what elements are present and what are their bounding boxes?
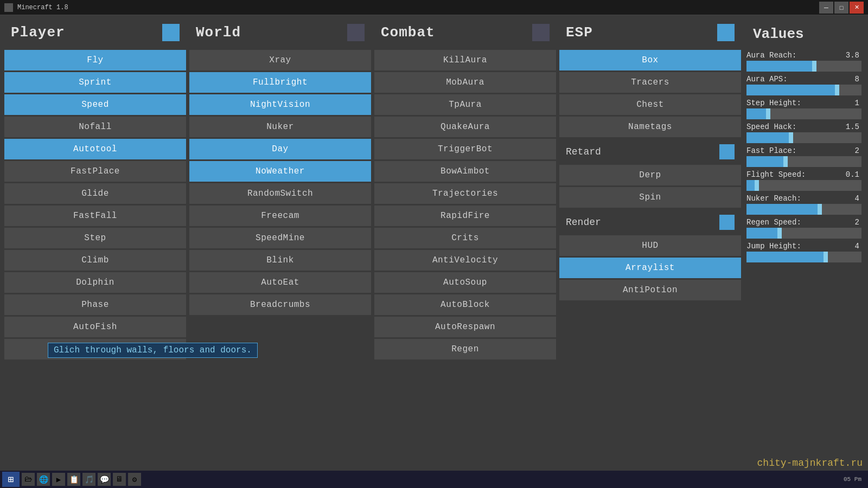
slider-thumb — [812, 61, 816, 72]
world-btn-randomswitch[interactable]: RandomSwitch — [189, 183, 371, 204]
combat-header: Combat — [374, 20, 556, 46]
slider-fill — [746, 132, 793, 143]
taskbar: ⊞ 🗁 🌐 ▶ 📋 🎵 💬 🖥 ⚙ 05 Pm — [0, 471, 868, 488]
close-button[interactable]: ✕ — [850, 2, 864, 14]
value-slider[interactable] — [746, 156, 861, 167]
value-slider[interactable] — [746, 180, 861, 191]
value-number: 4 — [855, 194, 861, 204]
world-btn-breadcrumbs[interactable]: Breadcrumbs — [189, 294, 371, 315]
taskbar-icon-6[interactable]: 💬 — [98, 473, 111, 486]
world-toggle[interactable] — [347, 24, 365, 41]
value-label: Aura Reach: — [746, 51, 796, 60]
combat-btn-crits[interactable]: Crits — [374, 228, 556, 248]
combat-btn-tpaura[interactable]: TpAura — [374, 94, 556, 115]
esp-btn-antipotion[interactable]: AntiPotion — [559, 280, 741, 300]
slider-thumb — [835, 85, 839, 95]
combat-btn-autosoup[interactable]: AutoSoup — [374, 272, 556, 293]
world-btn-day[interactable]: Day — [189, 139, 371, 159]
combat-btn-triggerbot[interactable]: TriggerBot — [374, 139, 556, 159]
value-number: 3.8 — [846, 51, 861, 61]
taskbar-icon-2[interactable]: 🌐 — [37, 473, 50, 486]
esp-section-toggle[interactable] — [719, 215, 735, 230]
combat-btn-regen[interactable]: Regen — [374, 339, 556, 359]
taskbar-icon-5[interactable]: 🎵 — [82, 473, 95, 486]
combat-btn-quakeaura[interactable]: QuakeAura — [374, 117, 556, 137]
world-btn-nightvision[interactable]: NightVision — [189, 94, 371, 115]
world-btn-speedmine[interactable]: SpeedMine — [189, 228, 371, 248]
esp-btn-derp[interactable]: Derp — [559, 165, 741, 185]
esp-btn-tracers[interactable]: Tracers — [559, 72, 741, 93]
world-btn-fullbright[interactable]: Fullbright — [189, 72, 371, 93]
player-btn-climb[interactable]: Climb — [4, 250, 186, 271]
start-button[interactable]: ⊞ — [2, 472, 20, 487]
taskbar-icon-4[interactable]: 📋 — [67, 473, 80, 486]
player-btn-speed[interactable]: Speed — [4, 94, 186, 115]
value-item: Speed Hack:1.5 — [746, 123, 861, 143]
app-icon — [4, 3, 13, 12]
minimize-button[interactable]: ─ — [819, 2, 833, 14]
player-btn-sprint[interactable]: Sprint — [4, 72, 186, 93]
combat-btn-mobaura[interactable]: MobAura — [374, 72, 556, 93]
value-slider[interactable] — [746, 61, 861, 72]
value-slider[interactable] — [746, 228, 861, 239]
combat-toggle[interactable] — [532, 24, 550, 41]
world-btn-xray[interactable]: Xray — [189, 50, 371, 70]
value-label: Flight Speed: — [746, 170, 806, 179]
player-btn-nofall[interactable]: Nofall — [4, 117, 186, 137]
esp-btn-hud[interactable]: HUD — [559, 235, 741, 256]
esp-section-toggle[interactable] — [719, 144, 735, 159]
slider-fill — [746, 85, 839, 95]
taskbar-icon-8[interactable]: ⚙ — [128, 473, 141, 486]
taskbar-icon-7[interactable]: 🖥 — [113, 473, 126, 486]
combat-btn-autoblock[interactable]: AutoBlock — [374, 294, 556, 315]
player-column: Player FlySprintSpeedNofallAutotoolFastP… — [4, 20, 186, 466]
player-btn-phase[interactable]: Phase — [4, 294, 186, 315]
value-item: Fast Place:2 — [746, 146, 861, 167]
titlebar-buttons: ─ □ ✕ — [819, 2, 864, 14]
taskbar-icon-1[interactable]: 🗁 — [22, 473, 35, 486]
world-btn-autoeat[interactable]: AutoEat — [189, 272, 371, 293]
world-btn-nuker[interactable]: Nuker — [189, 117, 371, 137]
value-slider[interactable] — [746, 132, 861, 143]
player-btn-fastplace[interactable]: FastPlace — [4, 161, 186, 182]
player-buttons: FlySprintSpeedNofallAutotoolFastPlaceGli… — [4, 50, 186, 361]
world-btn-blink[interactable]: Blink — [189, 250, 371, 271]
slider-fill — [746, 228, 781, 239]
values-header: Values — [746, 22, 861, 47]
player-btn-fly[interactable]: Fly — [4, 50, 186, 70]
esp-btn-box[interactable]: Box — [559, 50, 741, 70]
esp-btn-chest[interactable]: Chest — [559, 94, 741, 115]
player-btn-step[interactable]: Step — [4, 228, 186, 248]
value-item: Step Height:1 — [746, 99, 861, 119]
combat-btn-rapidfire[interactable]: RapidFire — [374, 206, 556, 226]
maximize-button[interactable]: □ — [834, 2, 848, 14]
world-buttons: XrayFullbrightNightVisionNukerDayNoWeath… — [189, 50, 371, 317]
player-btn-autofish[interactable]: AutoFish — [4, 317, 186, 337]
combat-btn-bowaimbot[interactable]: BowAimbot — [374, 161, 556, 182]
value-item: Nuker Reach:4 — [746, 194, 861, 215]
esp-toggle[interactable] — [717, 24, 735, 41]
value-slider[interactable] — [746, 252, 861, 262]
esp-btn-spin[interactable]: Spin — [559, 187, 741, 208]
esp-section-render: Render — [559, 209, 741, 235]
player-btn-dolphin[interactable]: Dolphin — [4, 272, 186, 293]
value-label: Aura APS: — [746, 75, 788, 84]
world-btn-noweather[interactable]: NoWeather — [189, 161, 371, 182]
taskbar-time: 05 Pm — [844, 476, 866, 483]
value-label: Jump Height: — [746, 242, 801, 251]
player-btn-glide[interactable]: Glide — [4, 183, 186, 204]
player-toggle[interactable] — [162, 24, 180, 41]
value-slider[interactable] — [746, 204, 861, 215]
combat-btn-killaura[interactable]: KillAura — [374, 50, 556, 70]
taskbar-icon-3[interactable]: ▶ — [52, 473, 65, 486]
player-btn-fastfall[interactable]: FastFall — [4, 206, 186, 226]
combat-btn-antivelocity[interactable]: AntiVelocity — [374, 250, 556, 271]
world-btn-freecam[interactable]: Freecam — [189, 206, 371, 226]
player-btn-autotool[interactable]: Autotool — [4, 139, 186, 159]
value-slider[interactable] — [746, 108, 861, 119]
combat-btn-trajectories[interactable]: Trajectories — [374, 183, 556, 204]
value-slider[interactable] — [746, 85, 861, 95]
esp-btn-nametags[interactable]: Nametags — [559, 117, 741, 137]
combat-btn-autorespawn[interactable]: AutoRespawn — [374, 317, 556, 337]
esp-btn-arraylist[interactable]: Arraylist — [559, 258, 741, 278]
